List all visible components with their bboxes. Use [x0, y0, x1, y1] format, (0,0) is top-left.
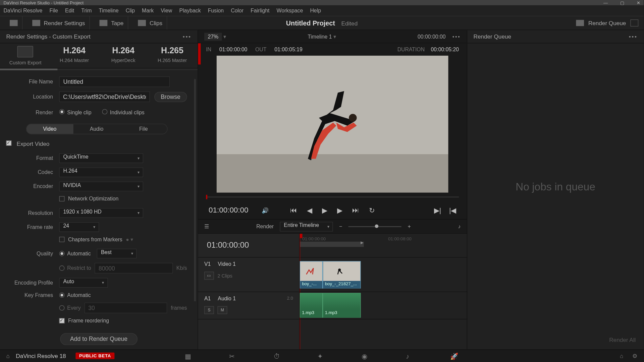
audio-clip-2[interactable]: 1.mp3: [323, 293, 361, 318]
codec-select[interactable]: H.264: [59, 168, 143, 177]
keyframes-every-input[interactable]: [84, 303, 167, 313]
frame-reorder-checkbox[interactable]: [59, 318, 65, 323]
track-toggle-icon[interactable]: ▭: [204, 272, 214, 280]
solo-button[interactable]: S: [204, 306, 214, 314]
encoder-select[interactable]: NVIDIA: [59, 182, 143, 191]
video-track-1[interactable]: boy_-... boy_-_21827_...: [300, 257, 467, 292]
first-frame-button[interactable]: ⏮: [290, 206, 297, 215]
fairlight-page-icon[interactable]: ♪: [406, 352, 415, 359]
location-input[interactable]: [59, 92, 150, 102]
track-head-v1[interactable]: V1Video 1 ▭2 Clips: [198, 257, 299, 292]
tab-audio[interactable]: Audio: [73, 124, 120, 134]
resolution-select[interactable]: 644 x 362 HD: [59, 208, 143, 218]
framerate-select[interactable]: 24: [59, 222, 99, 232]
next-clip-button[interactable]: ▶|: [434, 206, 441, 215]
minimize-button[interactable]: —: [603, 0, 608, 5]
zoom-out-button[interactable]: −: [339, 223, 342, 229]
mute-button[interactable]: M: [217, 306, 227, 314]
restrict-input[interactable]: [95, 263, 173, 274]
quality-auto-radio[interactable]: [59, 251, 65, 256]
audio-clip-1[interactable]: 1.mp3: [300, 293, 323, 318]
menu-fairlight[interactable]: Fairlight: [251, 7, 269, 13]
volume-icon[interactable]: 🔊: [262, 207, 269, 214]
preset-hyperdeck[interactable]: H.264 HyperDeck: [99, 46, 148, 65]
chapters-checkbox[interactable]: [59, 237, 65, 242]
panel-menu-button[interactable]: •••: [183, 33, 192, 40]
prev-clip-button[interactable]: |◀: [449, 206, 456, 215]
menu-workspace[interactable]: Workspace: [276, 7, 303, 13]
settings-scrollbar[interactable]: [194, 79, 196, 301]
preset-custom[interactable]: Custom Export: [1, 46, 50, 65]
individual-clips-radio[interactable]: Individual clips: [102, 109, 145, 116]
menu-help[interactable]: Help: [310, 7, 321, 13]
clips-label[interactable]: Clips: [150, 20, 162, 26]
render-queue-label[interactable]: Render Queue: [588, 20, 626, 26]
cut-page-icon[interactable]: ✂: [229, 352, 238, 359]
menu-clip[interactable]: Clip: [126, 7, 135, 13]
media-page-icon[interactable]: ▦: [185, 352, 194, 359]
loop-button[interactable]: ↻: [369, 206, 375, 215]
menu-timeline[interactable]: Timeline: [99, 7, 118, 13]
timeline-ruler[interactable]: ▸ 01:00:00:00 01:00:08:00 01:00:16:00 01…: [300, 234, 467, 257]
step-back-button[interactable]: ◀: [307, 206, 312, 215]
video-clip-2[interactable]: boy_-_21827_...: [323, 261, 361, 289]
menu-mark[interactable]: Mark: [142, 7, 154, 13]
audio-meter-icon[interactable]: ♪: [458, 223, 461, 229]
format-select[interactable]: QuickTime: [59, 153, 143, 163]
menu-davinci[interactable]: DaVinci Resolve: [4, 7, 43, 13]
quality-restrict-radio[interactable]: [59, 265, 65, 271]
queue-menu-button[interactable]: •••: [629, 33, 638, 40]
last-frame-button[interactable]: ⏭: [352, 206, 359, 215]
color-page-icon[interactable]: ◉: [362, 352, 370, 359]
zoom-level[interactable]: 27%: [204, 33, 222, 41]
viewer[interactable]: [198, 56, 467, 193]
browse-button[interactable]: Browse: [154, 92, 187, 102]
timeline-name[interactable]: Timeline 1: [308, 34, 332, 40]
export-video-checkbox[interactable]: [6, 140, 11, 146]
tab-file[interactable]: File: [120, 124, 167, 134]
deliver-page-icon[interactable]: 🚀: [450, 352, 459, 359]
maximize-button[interactable]: ▢: [620, 0, 624, 5]
in-out-range[interactable]: [300, 242, 364, 247]
home-icon[interactable]: ⌂: [620, 353, 623, 359]
step-forward-button[interactable]: ▶: [337, 206, 342, 215]
play-button[interactable]: ▶: [322, 206, 327, 215]
menu-color[interactable]: Color: [231, 7, 244, 13]
clips-icon[interactable]: [138, 20, 146, 26]
render-range-select[interactable]: Entire Timeline: [280, 222, 333, 231]
track-head-a1[interactable]: A1Audio 12.0 S M: [198, 292, 299, 319]
render-settings-label[interactable]: Render Settings: [44, 20, 85, 26]
viewer-menu-button[interactable]: •••: [452, 34, 461, 40]
zoom-in-button[interactable]: +: [408, 223, 411, 229]
menu-trim[interactable]: Trim: [81, 7, 92, 13]
keyframes-every-radio[interactable]: [59, 305, 65, 311]
scrub-bar[interactable]: [198, 193, 467, 201]
quality-best-select[interactable]: Best: [97, 249, 137, 258]
add-to-queue-button[interactable]: Add to Render Queue: [60, 333, 138, 345]
monitor-icon[interactable]: [10, 20, 18, 26]
preset-h264-master[interactable]: H.264 H.264 Master: [50, 46, 99, 65]
menu-playback[interactable]: Playback: [179, 7, 201, 13]
video-clip-1[interactable]: boy_-...: [300, 261, 323, 289]
keyframes-auto-radio[interactable]: [59, 293, 65, 298]
scrub-playhead[interactable]: [206, 195, 207, 199]
menu-edit[interactable]: Edit: [65, 7, 74, 13]
menu-file[interactable]: File: [49, 7, 58, 13]
fusion-page-icon[interactable]: ✦: [317, 352, 326, 359]
filename-input[interactable]: [59, 76, 170, 87]
menu-view[interactable]: View: [161, 7, 172, 13]
render-all-button[interactable]: Render All: [609, 337, 636, 343]
tape-icon[interactable]: [100, 20, 108, 26]
audio-track-1[interactable]: 1.mp3 1.mp3: [300, 292, 467, 319]
tape-label[interactable]: Tape: [111, 20, 123, 26]
edit-page-icon[interactable]: ⏱: [273, 352, 282, 359]
preset-h265-master[interactable]: H.265 H.265 Master: [148, 46, 197, 65]
single-clip-radio[interactable]: Single clip: [59, 109, 92, 116]
expand-button[interactable]: [630, 19, 638, 26]
timeline-view-icon[interactable]: ☰: [204, 223, 209, 229]
zoom-slider[interactable]: [348, 226, 401, 227]
close-button[interactable]: ✕: [637, 0, 640, 5]
encoding-profile-select[interactable]: Auto: [59, 278, 108, 288]
render-settings-icon[interactable]: [32, 20, 40, 26]
menu-fusion[interactable]: Fusion: [208, 7, 224, 13]
